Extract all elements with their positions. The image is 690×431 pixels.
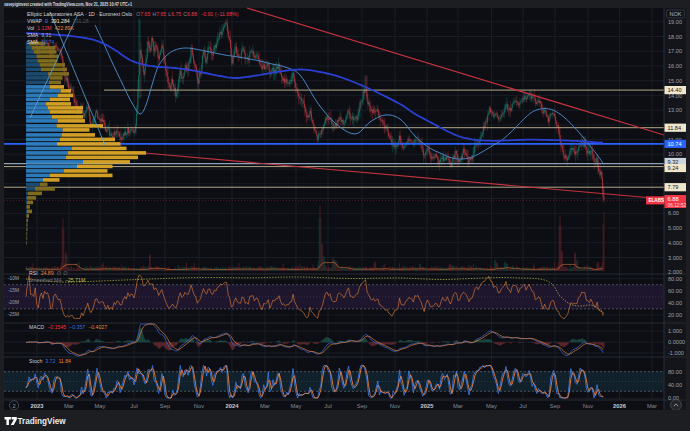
svg-text:9.24: 9.24 (668, 165, 679, 171)
svg-text:18.00: 18.00 (668, 34, 682, 40)
svg-text:May: May (486, 403, 497, 409)
svg-text:Stoch3.7211.84: Stoch3.7211.84 (29, 358, 71, 364)
svg-text:80.00: 80.00 (668, 369, 682, 375)
svg-text:4.000: 4.000 (668, 240, 682, 246)
svg-text:Mar: Mar (64, 403, 74, 409)
svg-text:20.00: 20.00 (668, 312, 682, 318)
svg-text:17.00: 17.00 (668, 48, 682, 54)
svg-text:Jul: Jul (324, 403, 331, 409)
svg-text:Mar: Mar (260, 403, 270, 409)
svg-text:6.88: 6.88 (668, 196, 679, 202)
svg-text:Sep: Sep (160, 403, 170, 409)
svg-text:19.00: 19.00 (668, 19, 682, 25)
svg-text:5.000: 5.000 (668, 225, 682, 231)
svg-text:-1.000: -1.000 (668, 350, 684, 356)
svg-text:Jul: Jul (519, 403, 526, 409)
svg-text:May: May (95, 403, 106, 409)
svg-text:80.00: 80.00 (668, 276, 682, 282)
svg-text:NOK: NOK (669, 11, 681, 17)
svg-text:-25M: -25M (8, 312, 19, 317)
svg-text:Mar: Mar (647, 403, 657, 409)
svg-text:2026: 2026 (613, 403, 627, 409)
svg-text:TradingView: TradingView (18, 417, 67, 426)
svg-text:-10M: -10M (8, 276, 19, 281)
svg-text:Sep: Sep (357, 403, 367, 409)
svg-text:Vol1.12M422.89K: Vol1.12M422.89K (27, 25, 75, 31)
svg-text:2025: 2025 (421, 403, 435, 409)
svg-text:2023: 2023 (31, 403, 45, 409)
svg-text:Sep: Sep (550, 403, 560, 409)
svg-text:2024: 2024 (226, 403, 240, 409)
svg-text:May: May (291, 403, 302, 409)
svg-text:-20M: -20M (8, 300, 19, 305)
svg-text:savepiginvest created with Tra: savepiginvest created with TradingView.c… (4, 1, 132, 7)
svg-text:Mar: Mar (453, 403, 463, 409)
svg-text:15.00: 15.00 (668, 78, 682, 84)
svg-text:11.84: 11.84 (668, 125, 682, 131)
svg-text:3.000: 3.000 (668, 255, 682, 261)
svg-text:VWAP0391.284391.28: VWAP0391.284391.28 (27, 18, 89, 24)
svg-text:40.00: 40.00 (668, 300, 682, 306)
svg-text:13.00: 13.00 (668, 107, 682, 113)
svg-text:ELABS: ELABS (649, 198, 665, 203)
svg-text:0.0000: 0.0000 (668, 339, 685, 345)
svg-text:Smoothed MA−25.71M: Smoothed MA−25.71M (29, 277, 85, 283)
svg-text:6.00: 6.00 (668, 210, 679, 216)
svg-text:60.00: 60.00 (668, 288, 682, 294)
svg-text:7.79: 7.79 (668, 184, 679, 190)
svg-text:-15M: -15M (8, 288, 19, 293)
svg-text:06:12:52: 06:12:52 (668, 203, 687, 208)
svg-text:1.000: 1.000 (668, 328, 682, 334)
svg-text:16.00: 16.00 (668, 63, 682, 69)
svg-text:2: 2 (12, 403, 15, 409)
svg-text:2.000: 2.000 (668, 269, 682, 275)
svg-text:Nov: Nov (390, 403, 400, 409)
svg-text:10.74: 10.74 (668, 141, 682, 147)
svg-text:Nov: Nov (194, 403, 204, 409)
svg-text:40.00: 40.00 (668, 382, 682, 388)
svg-text:14.40: 14.40 (668, 87, 682, 93)
svg-text:10.00: 10.00 (668, 151, 682, 157)
svg-text:SMA10.74: SMA10.74 (27, 39, 54, 45)
svg-text:Nov: Nov (583, 403, 593, 409)
svg-text:Jul: Jul (130, 403, 137, 409)
